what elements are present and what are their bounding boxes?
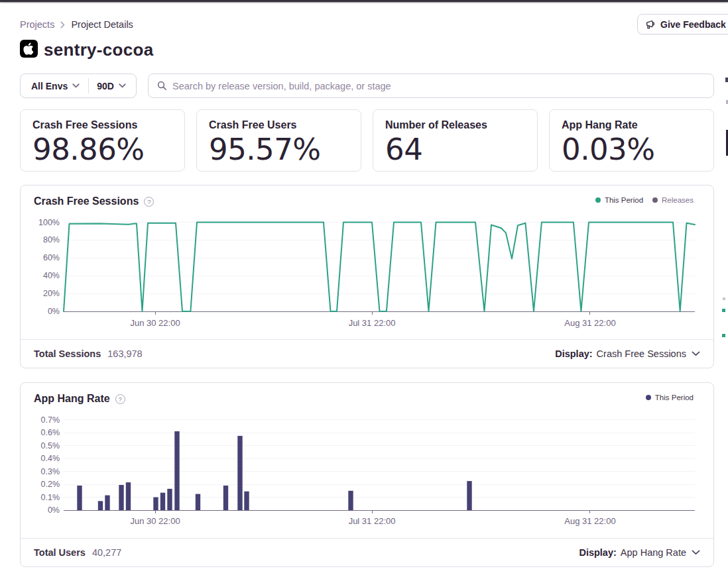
give-feedback-label: Give Feedback — [660, 19, 726, 30]
svg-text:60%: 60% — [43, 253, 60, 262]
svg-text:0.5%: 0.5% — [41, 441, 60, 450]
crash-free-sessions-panel: Crash Free Sessions ? This Period Releas… — [20, 185, 714, 368]
stat-card-crash-free-users: Crash Free Users 95.57% — [196, 109, 361, 172]
svg-text:Jul 31 22:00: Jul 31 22:00 — [349, 318, 396, 328]
page-title: sentry-cocoa — [44, 40, 153, 60]
svg-text:Jun 30 22:00: Jun 30 22:00 — [130, 318, 180, 328]
svg-text:Aug 31 22:00: Aug 31 22:00 — [564, 318, 615, 328]
search-input[interactable] — [172, 81, 705, 91]
display-value: Crash Free Sessions — [597, 348, 686, 359]
panel-footer: Total Sessions 163,978 Display: Crash Fr… — [21, 339, 713, 368]
search-icon — [157, 81, 167, 91]
top-navigation-bar — [0, 0, 728, 2]
stat-value: 0.03% — [562, 134, 701, 164]
stat-value: 64 — [385, 134, 525, 164]
app-hang-rate-panel: App Hang Rate ? This Period 0%0.1%0.2%0.… — [20, 382, 714, 567]
display-label: Display: — [555, 348, 592, 359]
date-range-label: 90D — [97, 81, 114, 91]
stat-value: 98.86% — [32, 134, 172, 164]
svg-text:0.1%: 0.1% — [41, 493, 60, 502]
panel-footer: Total Users 40,277 Display: App Hang Rat… — [21, 538, 713, 566]
release-search — [148, 74, 714, 98]
chevron-down-icon — [119, 83, 126, 88]
stat-card-app-hang-rate: App Hang Rate 0.03% — [549, 109, 714, 172]
svg-text:Jun 30 22:00: Jun 30 22:00 — [130, 516, 180, 526]
svg-text:0.3%: 0.3% — [41, 467, 60, 476]
stat-label: Crash Free Sessions — [32, 119, 172, 131]
total-sessions-label: Total Sessions — [34, 348, 101, 359]
total-sessions-value: 163,978 — [107, 348, 142, 359]
megaphone-icon — [645, 19, 656, 30]
project-details-page: Projects Project Details Give Feedback s… — [0, 0, 728, 583]
stat-card-number-of-releases: Number of Releases 64 — [373, 109, 538, 172]
breadcrumb-projects-link[interactable]: Projects — [20, 19, 54, 30]
filter-group: All Envs 90D — [20, 74, 137, 98]
total-users-label: Total Users — [34, 547, 86, 558]
chevron-right-icon — [60, 21, 65, 28]
chevron-down-icon — [692, 351, 700, 356]
cropped-content-fragment — [722, 334, 725, 337]
svg-text:0.4%: 0.4% — [41, 454, 60, 463]
stat-label: App Hang Rate — [562, 119, 701, 131]
svg-text:100%: 100% — [38, 218, 60, 227]
date-range-dropdown[interactable]: 90D — [89, 74, 136, 97]
svg-text:0%: 0% — [48, 307, 60, 316]
svg-text:20%: 20% — [43, 289, 60, 298]
display-selector[interactable]: Display: App Hang Rate — [579, 547, 700, 558]
environment-filter-label: All Envs — [31, 81, 68, 91]
stat-label: Number of Releases — [385, 119, 525, 131]
cropped-content-fragment — [725, 78, 728, 82]
give-feedback-button[interactable]: Give Feedback — [637, 14, 728, 34]
svg-text:0.7%: 0.7% — [41, 415, 60, 425]
svg-text:0%: 0% — [48, 505, 60, 515]
breadcrumb: Projects Project Details — [20, 19, 133, 30]
svg-text:40%: 40% — [43, 271, 60, 280]
svg-text:80%: 80% — [43, 235, 60, 244]
stat-label: Crash Free Users — [209, 119, 349, 131]
stat-card-crash-free-sessions: Crash Free Sessions 98.86% — [20, 109, 185, 172]
display-value: App Hang Rate — [621, 547, 686, 558]
apple-platform-icon — [20, 40, 38, 58]
chevron-down-icon — [692, 550, 700, 555]
environment-filter-dropdown[interactable]: All Envs — [21, 74, 88, 97]
svg-text:Jul 31 22:00: Jul 31 22:00 — [349, 516, 396, 526]
display-label: Display: — [579, 547, 616, 558]
cropped-content-fragment — [723, 297, 725, 300]
chevron-down-icon — [72, 83, 80, 88]
cropped-content-fragment — [722, 309, 725, 312]
breadcrumb-current-page: Project Details — [71, 19, 133, 30]
total-users-value: 40,277 — [92, 547, 121, 558]
svg-text:0.2%: 0.2% — [41, 480, 60, 489]
svg-text:0.6%: 0.6% — [41, 428, 60, 437]
display-selector[interactable]: Display: Crash Free Sessions — [555, 348, 700, 359]
stat-value: 95.57% — [209, 134, 349, 164]
svg-text:Aug 31 22:00: Aug 31 22:00 — [564, 516, 615, 526]
